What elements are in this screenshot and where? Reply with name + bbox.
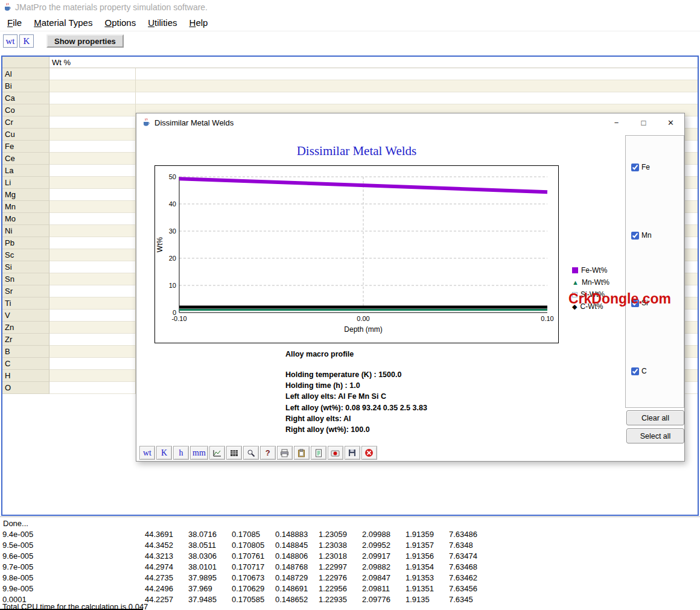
composition-cell-mn[interactable] — [49, 201, 136, 213]
element-name-ce: Ce — [2, 153, 49, 165]
status-cell: 9.4e-005 — [2, 530, 145, 541]
checkbox-input-c[interactable] — [631, 367, 639, 375]
composition-cell-mg[interactable] — [49, 189, 136, 201]
menu-item-options[interactable]: Options — [98, 15, 142, 30]
series-checkbox-c[interactable]: C — [631, 367, 647, 375]
kelvin-unit-button[interactable]: K — [156, 446, 172, 460]
close-window-button[interactable] — [361, 446, 377, 460]
composition-cell-al[interactable] — [49, 68, 136, 80]
composition-cell-v[interactable] — [49, 310, 136, 322]
camera-icon — [331, 450, 340, 457]
element-name-mg: Mg — [2, 189, 49, 201]
element-name-fe: Fe — [2, 141, 49, 153]
mm-unit-button[interactable]: mm — [190, 446, 208, 460]
status-cell: 2.09776 — [362, 595, 406, 606]
checkbox-input-fe[interactable] — [631, 164, 639, 171]
series-checkbox-mn[interactable]: Mn — [631, 231, 652, 240]
clear-all-button[interactable]: Clear all — [626, 410, 684, 425]
h-label: h — [179, 448, 183, 458]
window-title: JMatPro the materials property simulatio… — [15, 2, 208, 12]
status-cell: 37.9895 — [188, 573, 232, 584]
chart-plot-area: 01020304050-0.100.000.10Depth (mm)Wt% — [154, 165, 559, 343]
series-checkbox-fe[interactable]: Fe — [631, 163, 650, 171]
composition-cell-h[interactable] — [49, 370, 136, 382]
chart-title: Dissimilar Metal Welds — [154, 144, 559, 159]
composition-cell-c[interactable] — [49, 358, 136, 370]
series-checkbox-label: Fe — [641, 163, 650, 171]
zoom-button[interactable] — [243, 446, 259, 460]
element-name-mo: Mo — [2, 213, 49, 225]
menu-item-utilities[interactable]: Utilities — [142, 15, 183, 30]
composition-cell-si[interactable] — [49, 261, 136, 273]
status-row: 9.4e-00544.369138.07160.170850.1488831.2… — [2, 530, 492, 541]
checkbox-input-mn[interactable] — [631, 232, 639, 240]
status-cell: 0.170761 — [232, 551, 275, 562]
status-cell: 1.9135 — [406, 595, 449, 606]
composition-cell-b[interactable] — [49, 346, 136, 358]
print-button[interactable] — [277, 446, 293, 460]
wt-unit-button[interactable]: wt — [3, 34, 18, 48]
dialog-toolbar: wt K h mm ? — [139, 446, 377, 460]
close-button[interactable]: ✕ — [657, 113, 684, 132]
close-red-icon — [364, 448, 374, 457]
composition-cell-zn[interactable] — [49, 322, 136, 334]
minimize-button[interactable]: − — [603, 113, 630, 132]
composition-cell-co[interactable] — [49, 104, 136, 116]
show-properties-button[interactable]: Show properties — [46, 34, 124, 48]
menubar: FileMaterial TypesOptionsUtilitiesHelp — [0, 14, 700, 31]
composition-cell-sn[interactable] — [49, 273, 136, 285]
snapshot-button[interactable] — [328, 446, 343, 460]
svg-text:40: 40 — [169, 200, 176, 208]
status-cell: 1.22997 — [319, 562, 362, 573]
composition-cell-zr[interactable] — [49, 334, 136, 346]
legend-label: Mn-Wt% — [582, 278, 609, 287]
composition-cell-ni[interactable] — [49, 225, 136, 237]
status-cell: 7.6348 — [449, 541, 492, 551]
dialog-window-controls: − □ ✕ — [603, 113, 684, 132]
status-cell: 2.09952 — [362, 541, 406, 551]
svg-text:Depth (mm): Depth (mm) — [344, 325, 382, 334]
row-filler — [136, 68, 698, 80]
composition-cell-fe[interactable] — [49, 141, 136, 153]
chart-button[interactable] — [209, 446, 225, 460]
composition-cell-sc[interactable] — [49, 249, 136, 261]
element-name-v: V — [2, 310, 49, 322]
status-cell: 9.9e-005 — [2, 584, 145, 595]
menu-item-material-types[interactable]: Material Types — [28, 15, 98, 30]
composition-cell-ca[interactable] — [49, 92, 136, 104]
composition-cell-cu[interactable] — [49, 129, 136, 141]
menu-item-help[interactable]: Help — [183, 15, 214, 30]
composition-cell-o[interactable] — [49, 382, 136, 394]
composition-cell-bi[interactable] — [49, 80, 136, 92]
wt-unit-button[interactable]: wt — [139, 446, 155, 460]
menu-item-file[interactable]: File — [1, 15, 28, 30]
main-toolbar: wt K Show properties — [0, 32, 700, 50]
table-view-button[interactable] — [226, 446, 242, 460]
save-icon — [348, 449, 356, 457]
report-button[interactable] — [311, 446, 326, 460]
composition-cell-mo[interactable] — [49, 213, 136, 225]
help-button[interactable]: ? — [260, 446, 276, 460]
status-cell: 1.91359 — [406, 530, 449, 541]
composition-cell-ce[interactable] — [49, 153, 136, 165]
mm-label: mm — [192, 448, 206, 458]
k-label: K — [161, 448, 167, 458]
hours-unit-button[interactable]: h — [173, 446, 189, 460]
composition-cell-cr[interactable] — [49, 116, 136, 129]
composition-cell-ti[interactable] — [49, 297, 136, 310]
save-button[interactable] — [345, 446, 360, 460]
status-cell: 7.63456 — [449, 584, 492, 595]
select-all-button[interactable]: Select all — [626, 428, 684, 443]
maximize-button[interactable]: □ — [630, 113, 657, 132]
kelvin-unit-button[interactable]: K — [19, 34, 34, 48]
composition-cell-li[interactable] — [49, 177, 136, 189]
composition-cell-la[interactable] — [49, 165, 136, 177]
composition-cell-sr[interactable] — [49, 285, 136, 297]
copy-to-clipboard-button[interactable] — [294, 446, 310, 460]
composition-cell-pb[interactable] — [49, 237, 136, 249]
status-cell: 38.0306 — [188, 551, 232, 562]
status-cell: 1.23059 — [319, 530, 362, 541]
element-name-co: Co — [2, 104, 49, 116]
dialog-titlebar[interactable]: Dissimilar Metal Welds − □ ✕ — [136, 113, 684, 132]
status-cell: 1.91357 — [406, 541, 449, 551]
